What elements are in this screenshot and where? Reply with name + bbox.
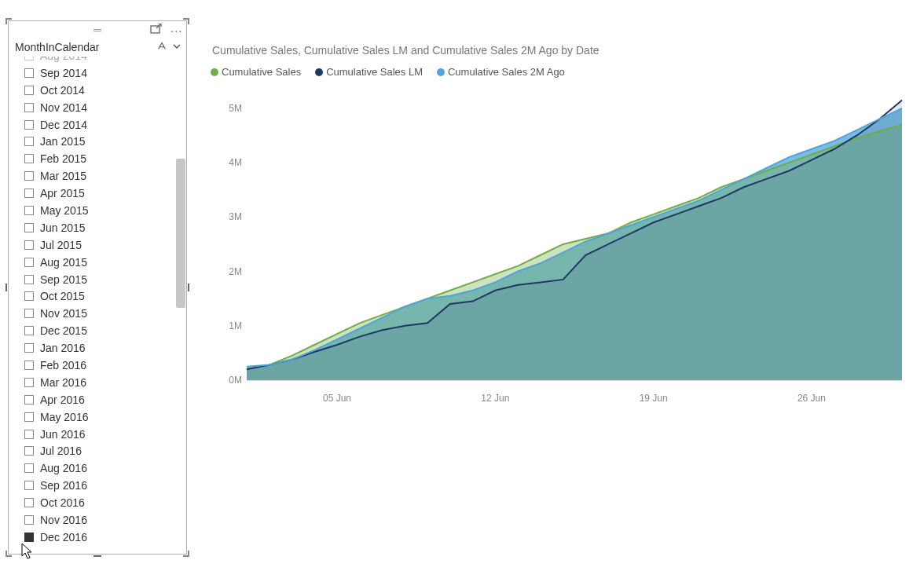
slicer-item[interactable]: Feb 2015 (24, 150, 186, 167)
legend-label: Cumulative Sales (222, 66, 301, 78)
legend-label: Cumulative Sales 2M Ago (448, 66, 565, 78)
checkbox[interactable] (24, 533, 34, 542)
slicer-item-label: Sep 2014 (40, 67, 87, 79)
checkbox[interactable] (24, 68, 34, 78)
slicer-item[interactable]: Jan 2016 (24, 339, 186, 357)
checkbox[interactable] (24, 240, 34, 250)
checkbox[interactable] (24, 378, 34, 387)
slicer-item-label: Nov 2015 (40, 307, 87, 320)
scrollbar-track[interactable] (175, 57, 186, 551)
slicer-item[interactable]: Jul 2016 (24, 442, 186, 459)
legend-item[interactable]: Cumulative Sales (211, 66, 301, 78)
checkbox[interactable] (24, 309, 34, 318)
slicer-item-label: Sep 2016 (40, 479, 87, 492)
slicer-item[interactable]: Aug 2015 (24, 254, 186, 271)
slicer-item[interactable]: Jun 2015 (24, 219, 186, 236)
slicer-title: MonthInCalendar (15, 41, 99, 53)
checkbox[interactable] (24, 361, 34, 370)
checkbox[interactable] (24, 120, 34, 130)
checkbox[interactable] (24, 430, 34, 439)
checkbox[interactable] (24, 189, 34, 198)
y-axis-tick: 1M (229, 320, 242, 331)
slicer-item-label: Dec 2015 (40, 324, 87, 337)
slicer-item[interactable]: Mar 2015 (24, 167, 186, 185)
slicer-item[interactable]: Sep 2014 (24, 64, 186, 82)
resize-handle[interactable] (188, 551, 189, 557)
checkbox[interactable] (24, 103, 34, 112)
slicer-item[interactable]: Apr 2016 (24, 391, 186, 408)
slicer-item[interactable]: Nov 2015 (24, 305, 186, 322)
slicer-item[interactable]: Jul 2015 (24, 236, 186, 254)
resize-handle[interactable] (188, 18, 189, 24)
focus-mode-icon[interactable] (150, 24, 163, 36)
checkbox[interactable] (24, 223, 34, 232)
slicer-item-label: Jan 2015 (40, 135, 86, 148)
slicer-item[interactable]: Oct 2016 (24, 494, 186, 511)
legend-swatch (437, 68, 445, 76)
checkbox[interactable] (24, 206, 34, 215)
slicer-list: Aug 2014Sep 2014Oct 2014Nov 2014Dec 2014… (9, 57, 186, 546)
checkbox[interactable] (24, 343, 34, 353)
slicer-item[interactable]: Aug 2016 (24, 459, 186, 477)
y-axis-tick: 3M (229, 211, 242, 222)
slicer-item[interactable]: Sep 2015 (24, 271, 186, 288)
slicer-item[interactable]: Mar 2016 (24, 374, 186, 391)
checkbox[interactable] (24, 326, 34, 335)
checkbox[interactable] (24, 154, 34, 163)
slicer-item[interactable]: Oct 2015 (24, 287, 186, 305)
checkbox[interactable] (24, 171, 34, 181)
checkbox[interactable] (24, 515, 34, 525)
slicer-item[interactable]: Jun 2016 (24, 426, 186, 443)
slicer-item[interactable]: Sep 2016 (24, 477, 186, 494)
checkbox[interactable] (24, 275, 34, 284)
x-axis-tick: 05 Jun (323, 393, 351, 404)
legend-item[interactable]: Cumulative Sales 2M Ago (437, 66, 565, 78)
checkbox[interactable] (24, 258, 34, 267)
resize-handle[interactable] (94, 555, 101, 557)
slicer-item-label: Oct 2014 (40, 84, 85, 97)
more-options-icon[interactable]: ··· (170, 24, 183, 36)
chart-plot-area[interactable]: 0M1M2M3M4M5M05 Jun12 Jun19 Jun26 Jun (203, 82, 910, 412)
checkbox[interactable] (24, 481, 34, 490)
resize-handle[interactable] (6, 284, 7, 291)
slicer-item[interactable]: Nov 2014 (24, 99, 186, 116)
resize-handle[interactable] (188, 284, 189, 291)
checkbox[interactable] (24, 57, 34, 60)
slicer-item[interactable]: Oct 2014 (24, 82, 186, 99)
slicer-item-label: Apr 2015 (40, 187, 85, 199)
slicer-item[interactable]: Dec 2015 (24, 322, 186, 339)
slicer-item[interactable]: Nov 2016 (24, 511, 186, 529)
slicer-item-label: Dec 2016 (40, 531, 87, 544)
legend-item[interactable]: Cumulative Sales LM (315, 66, 423, 78)
checkbox[interactable] (24, 86, 34, 95)
drag-handle-icon[interactable]: ═ (94, 24, 101, 35)
y-axis-tick: 0M (229, 375, 242, 386)
slicer-item-label: Feb 2016 (40, 359, 86, 372)
resize-handle[interactable] (6, 18, 7, 24)
checkbox[interactable] (24, 395, 34, 404)
slicer-item[interactable]: Dec 2016 (24, 529, 186, 546)
slicer-item-label: Jul 2015 (40, 239, 82, 251)
checkbox[interactable] (24, 446, 34, 456)
x-axis-tick: 19 Jun (640, 393, 668, 404)
slicer-item[interactable]: Apr 2015 (24, 185, 186, 202)
checkbox[interactable] (24, 291, 34, 301)
slicer-item[interactable]: Aug 2014 (24, 57, 186, 64)
checkbox[interactable] (24, 412, 34, 422)
checkbox[interactable] (24, 463, 34, 473)
slicer-item[interactable]: May 2016 (24, 408, 186, 426)
slicer-item[interactable]: Feb 2016 (24, 357, 186, 374)
slicer-item-label: Nov 2014 (40, 101, 87, 114)
checkbox[interactable] (24, 498, 34, 507)
slicer-item[interactable]: Jan 2015 (24, 133, 186, 150)
checkbox[interactable] (24, 137, 34, 146)
resize-handle[interactable] (6, 551, 7, 557)
clear-selection-icon[interactable] (156, 40, 167, 53)
scrollbar-thumb[interactable] (176, 159, 185, 308)
slicer-item-label: May 2016 (40, 411, 88, 423)
slicer-item-label: Jun 2016 (40, 428, 86, 441)
chevron-down-icon[interactable] (172, 41, 182, 53)
slicer-item[interactable]: May 2015 (24, 202, 186, 219)
slicer-item-label: Mar 2015 (40, 170, 86, 182)
slicer-item[interactable]: Dec 2014 (24, 116, 186, 134)
